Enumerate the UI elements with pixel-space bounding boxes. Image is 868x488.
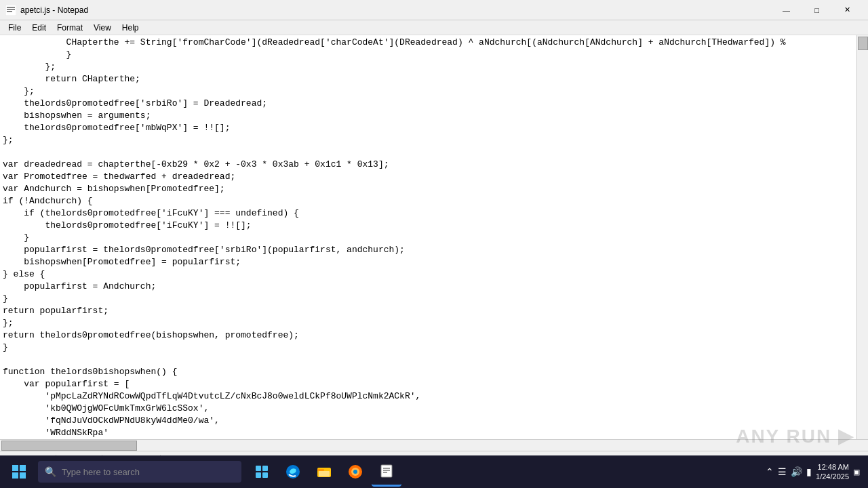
task-view-icon xyxy=(255,465,269,479)
taskbar-edge[interactable] xyxy=(278,457,308,487)
scrollbar-thumb-horizontal[interactable] xyxy=(1,441,137,451)
taskbar-search[interactable]: 🔍 Type here to search xyxy=(38,461,241,483)
file-explorer-icon xyxy=(316,464,332,480)
menu-help[interactable]: Help xyxy=(117,22,144,34)
menu-view[interactable]: View xyxy=(88,22,117,34)
minimize-button[interactable]: — xyxy=(771,0,802,20)
editor-container: CHapterthe += String['fromCharCode'](dRe… xyxy=(0,35,868,439)
svg-rect-0 xyxy=(5,5,16,16)
vertical-scrollbar[interactable] xyxy=(856,35,868,439)
chevron-up-icon[interactable]: ⌃ xyxy=(766,466,774,477)
menu-format[interactable]: Format xyxy=(52,22,88,34)
window-controls: — □ ✕ xyxy=(771,0,863,20)
taskbar-task-view[interactable] xyxy=(247,457,277,487)
menu-bar: File Edit Format View Help xyxy=(0,20,868,35)
scrollbar-thumb-vertical[interactable] xyxy=(858,37,868,50)
edge-icon xyxy=(285,464,301,480)
svg-point-18 xyxy=(353,470,357,474)
volume-icon[interactable]: 🔊 xyxy=(791,466,802,477)
notification-icon[interactable]: ▣ xyxy=(853,468,860,476)
battery-icon[interactable]: ▮ xyxy=(806,466,812,477)
taskbar-file-explorer[interactable] xyxy=(309,457,339,487)
svg-rect-9 xyxy=(262,466,268,471)
svg-rect-5 xyxy=(20,465,26,471)
firefox-icon xyxy=(347,464,363,480)
search-placeholder: Type here to search xyxy=(62,467,140,477)
menu-edit[interactable]: Edit xyxy=(26,22,52,34)
maximize-button[interactable]: □ xyxy=(802,0,832,20)
search-icon: 🔍 xyxy=(45,466,56,477)
notepad-icon xyxy=(379,464,394,479)
taskbar-apps xyxy=(247,457,401,487)
network-icon[interactable]: ☰ xyxy=(778,466,787,477)
window-title: apetci.js - Notepad xyxy=(20,5,88,15)
taskbar-notepad[interactable] xyxy=(372,457,401,487)
svg-rect-8 xyxy=(256,466,261,471)
svg-rect-14 xyxy=(317,469,324,471)
svg-rect-7 xyxy=(20,472,26,479)
clock[interactable]: 12:48 AM 1/24/2025 xyxy=(816,462,849,482)
date-display: 1/24/2025 xyxy=(816,472,849,481)
svg-rect-11 xyxy=(262,472,268,478)
sys-icons: ⌃ ☰ 🔊 ▮ xyxy=(766,466,812,477)
svg-rect-19 xyxy=(381,465,392,477)
svg-rect-15 xyxy=(319,471,330,476)
title-bar: apetci.js - Notepad — □ ✕ xyxy=(0,0,868,20)
start-button[interactable] xyxy=(3,455,35,488)
windows-logo-icon xyxy=(12,465,26,479)
svg-rect-4 xyxy=(12,465,18,471)
menu-file[interactable]: File xyxy=(3,22,26,34)
watermark: ANY RUN ▶ xyxy=(736,425,854,447)
svg-rect-6 xyxy=(12,472,18,479)
close-button[interactable]: ✕ xyxy=(832,0,863,20)
system-tray: ⌃ ☰ 🔊 ▮ 12:48 AM 1/24/2025 ▣ xyxy=(766,462,865,482)
taskbar: 🔍 Type here to search xyxy=(0,455,868,488)
code-editor[interactable]: CHapterthe += String['fromCharCode'](dRe… xyxy=(0,35,856,439)
taskbar-firefox[interactable] xyxy=(340,457,370,487)
time-display: 12:48 AM xyxy=(816,462,849,472)
app-icon xyxy=(5,5,16,16)
svg-rect-10 xyxy=(256,472,261,478)
